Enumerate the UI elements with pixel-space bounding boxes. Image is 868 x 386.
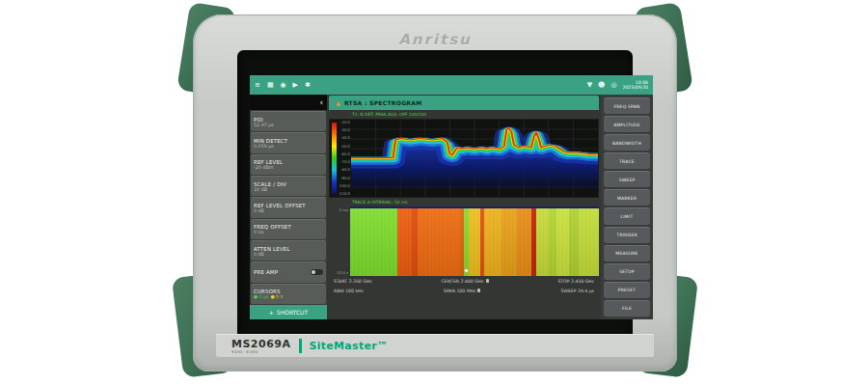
waterfall-plot[interactable] [350,207,599,276]
sidebar-item-value: 52.97 µs [254,123,323,127]
clock-date: 2023/09/20 [623,85,648,91]
sidebar-item-atten-level[interactable]: ATTEN LEVEL0 dB [251,240,326,261]
settings-icon[interactable]: ✱ [305,82,311,89]
tab-label: RTSA : SPECTROGRAM [344,99,422,106]
product-name: SiteMaster™ [310,340,389,352]
model-label-strip: MS2069A 9 kHz - 6 GHz SiteMaster™ [216,334,654,358]
plus-icon: + [269,309,274,316]
y-axis-tick: -50.0 [339,145,350,149]
menu-button-trace[interactable]: TRACE [604,152,650,169]
spectrum-panel[interactable]: -20.0-30.0-40.0-50.0-60.0-70.0-80.0-90.0… [329,119,599,198]
stage: Anritsu ≡▦◉▶✱ ▼☻◎ 10:06 2023/09/20 [0,0,868,386]
sidebar-item-ref-level[interactable]: REF LEVEL-20 dBm [251,154,326,175]
tab-rtsa-spectrogram[interactable]: ▲ RTSA : SPECTROGRAM [329,96,599,110]
center-frequency: CENTER 2.400 GHz [442,279,489,284]
y-axis-tick: -110.0 [339,192,350,196]
main-display: ▲ RTSA : SPECTROGRAM T1: N DET: PEAK AVG… [327,95,601,319]
menu-button-marker[interactable]: MARKER [604,189,650,206]
collapse-chevron-icon[interactable]: ‹ [319,98,323,107]
spectrum-svg [351,120,598,197]
sidebar-item-value: 0 Hz [254,230,323,234]
camera-icon[interactable]: ◉ [281,82,286,89]
status-icon[interactable]: ◎ [610,82,616,89]
model-frequency-range: 9 kHz - 6 GHz [231,350,291,354]
sidebar-item-pre-amp[interactable]: PRE AMP [251,262,326,282]
menu-button-amplitude[interactable]: AMPLITUDE [604,116,650,132]
measurement-icon: ▲ [336,100,340,106]
time-axis: 0 ms -10.0 s [329,207,350,276]
y-axis-tick: -80.0 [339,168,350,172]
preamp-toggle[interactable] [311,269,323,275]
y-axis-tick: -90.0 [339,177,350,180]
sidebar-item-freq-offset[interactable]: FREQ OFFSET0 Hz [251,219,326,239]
sidebar-item-label: PRE AMP [254,269,278,275]
spectrogram-panel[interactable]: 0 ms -10.0 s [329,207,599,276]
sweep-value: SWEEP 24.4 µs [561,289,595,293]
sidebar-item-ref-level-offset[interactable]: REF LEVEL OFFSET0 dB [251,197,326,217]
menu-button-file[interactable]: FILE [604,300,650,317]
sidebar-item-value: 10 dB [254,187,323,192]
system-status-bar: ≡▦◉▶✱ ▼☻◎ 10:06 2023/09/20 [250,75,653,95]
left-parameter-sidebar: ‹ POI52.97 µsMIN DETECT0.059 µsREF LEVEL… [250,95,327,319]
touchscreen[interactable]: ≡▦◉▶✱ ▼☻◎ 10:06 2023/09/20 ‹ [250,75,653,319]
screen-bezel: ≡▦◉▶✱ ▼☻◎ 10:06 2023/09/20 ‹ [237,50,633,347]
y-axis-tick: -40.0 [339,136,350,140]
sidebar-item-min-detect[interactable]: MIN DETECT0.059 µs [251,132,326,152]
sidebar-item-value: 0 dB [254,252,323,257]
screenshot-icon[interactable]: ▦ [267,82,274,89]
waterfall-marker[interactable] [464,268,468,272]
clock: 10:06 2023/09/20 [623,80,648,91]
stop-frequency: STOP 2.450 GHz [557,279,594,284]
y-axis-tick: -20.0 [339,121,350,124]
rbw-value: RBW 100 kHz [334,289,364,293]
menu-button-measure[interactable]: MEASURE [604,245,650,262]
sidebar-item-cursors[interactable]: CURSORS● 0 µs ● 0 s [251,284,326,304]
spectrum-analyzer-device: Anritsu ≡▦◉▶✱ ▼☻◎ 10:06 2023/09/20 [176,5,693,377]
sidebar-items: POI52.97 µsMIN DETECT0.059 µsREF LEVEL-2… [250,110,327,305]
cursor-b-value: ● 0 s [270,294,283,299]
menu-button-preset[interactable]: PRESET [604,282,650,298]
trace-status-line: T1: N DET: PEAK AVG: OFF 100/100 [329,110,599,119]
time-axis-top-label: 0 ms [339,207,348,212]
wifi-icon[interactable]: ▼ [587,82,592,89]
topbar-right: ▼☻◎ 10:06 2023/09/20 [587,80,648,91]
y-axis-tick: -70.0 [339,160,350,164]
density-color-legend [332,123,337,194]
amplitude-axis: -20.0-30.0-40.0-50.0-60.0-70.0-80.0-90.0… [330,120,351,197]
menu-button-bandwidth[interactable]: BANDWIDTH [604,134,650,151]
user-icon[interactable]: ☻ [598,82,605,89]
model-number: MS2069A [231,339,291,349]
menu-button-sweep[interactable]: SWEEP [604,171,650,187]
span-value: SPAN 100 MHz [444,289,481,293]
topbar-right-icons: ▼☻◎ [587,82,617,89]
lock-icon [477,289,480,292]
sidebar-item-value: 0.059 µs [254,144,323,149]
topbar-left-icons: ≡▦◉▶✱ [255,82,311,89]
share-icon[interactable]: ▶ [293,82,298,89]
frequency-footer-row: START 2.350 GHz CENTER 2.400 GHz STOP 2.… [329,276,599,286]
sidebar-collapse-bar[interactable]: ‹ [250,95,327,110]
tab-bar: ▲ RTSA : SPECTROGRAM [329,95,599,110]
sidebar-item-scale-div[interactable]: SCALE / DIV10 dB [251,176,326,196]
menu-icon[interactable]: ≡ [255,82,260,89]
y-axis-tick: -30.0 [339,128,350,132]
shortcut-bar[interactable]: + SHORTCUT [250,305,327,319]
cursor-a-value: ● 0 µs [254,294,270,299]
right-menu: FREQ SPANAMPLITUDEBANDWIDTHTRACESWEEPMAR… [601,95,653,319]
label-divider [299,339,302,353]
sidebar-item-value: -20 dBm [254,165,323,170]
y-axis-tick: -60.0 [339,152,350,156]
shortcut-label: SHORTCUT [277,309,308,316]
menu-button-freq-span[interactable]: FREQ SPAN [604,97,650,114]
menu-button-trigger[interactable]: TRIGGER [604,227,650,243]
rtsa-spectrum-plot[interactable] [351,120,598,197]
device-body: Anritsu ≡▦◉▶✱ ▼☻◎ 10:06 2023/09/20 [193,14,677,372]
menu-button-setup[interactable]: SETUP [604,263,650,280]
lock-icon [486,279,489,283]
cursors-values: ● 0 µs ● 0 s [254,294,323,299]
spectrogram-status-line: TRACE A INTERVAL: 50 ms [329,198,599,207]
start-frequency: START 2.350 GHz [334,279,372,284]
sidebar-item-poi[interactable]: POI52.97 µs [251,111,326,131]
y-axis-tick: -100.0 [339,184,350,188]
menu-button-limit[interactable]: LIMIT [604,207,650,224]
